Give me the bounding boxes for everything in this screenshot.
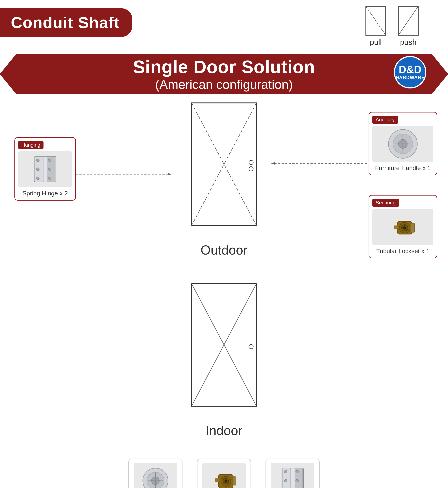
banner-main-text: Single Door Solution xyxy=(133,56,315,77)
push-door-icon: push xyxy=(398,5,419,47)
svg-point-8 xyxy=(36,168,39,171)
furniture-handle-image xyxy=(372,126,433,162)
svg-rect-60 xyxy=(290,468,295,488)
page-title: Conduit Shaft xyxy=(11,14,120,32)
pull-label: pull xyxy=(370,38,382,47)
page: Conduit Shaft pull push Single Door Solu… xyxy=(0,0,448,488)
securing-badge: Securing xyxy=(372,199,399,207)
svg-point-7 xyxy=(36,159,39,162)
solution-banner: Single Door Solution (American configura… xyxy=(0,54,448,94)
ancillary-badge: Ancillary xyxy=(372,116,398,124)
svg-rect-20 xyxy=(191,184,192,190)
svg-rect-35 xyxy=(411,223,415,232)
dotted-line-left-svg xyxy=(76,171,173,177)
dotted-line-right-svg xyxy=(271,161,368,166)
product-hinge-svg xyxy=(276,465,309,488)
svg-point-11 xyxy=(48,168,51,171)
outdoor-label: Outdoor xyxy=(186,243,262,257)
svg-point-39 xyxy=(249,344,253,349)
product-img-furniture-handle xyxy=(134,463,177,488)
indoor-section: Indoor xyxy=(186,282,262,438)
push-label: push xyxy=(400,38,416,47)
diagram-area: Hanging Spring Hinge x 2 xyxy=(0,101,448,462)
push-door-svg xyxy=(398,5,419,36)
banner-text: Single Door Solution (American configura… xyxy=(133,56,315,92)
ancillary-caption: Furniture Handle x 1 xyxy=(372,164,433,171)
svg-point-55 xyxy=(284,479,287,482)
svg-rect-46 xyxy=(215,479,219,482)
svg-point-34 xyxy=(403,226,406,229)
svg-point-21 xyxy=(249,160,253,165)
product-lockset-svg xyxy=(206,465,242,488)
ancillary-card: Ancillary Furniture Handle x 1 xyxy=(368,112,437,175)
banner-arrow-left xyxy=(0,54,16,94)
product-img-lockset xyxy=(202,463,246,488)
securing-caption: Tubular Lockset x 1 xyxy=(372,248,433,255)
product-furniture-handle-svg xyxy=(139,465,172,488)
product-card-lockset: Tubular Lockset DDLK007 xyxy=(197,459,251,488)
furniture-handle-svg xyxy=(385,128,421,160)
svg-line-3 xyxy=(398,6,418,35)
svg-point-58 xyxy=(296,479,299,482)
product-card-furniture-handle: Furniture Handle DDFH014 xyxy=(128,459,183,488)
indoor-door-svg xyxy=(186,282,262,419)
svg-marker-15 xyxy=(168,173,171,176)
product-card-hinge: Spring Hinge DDSS033 xyxy=(265,459,320,488)
svg-point-54 xyxy=(284,470,287,473)
hinge-svg xyxy=(29,153,61,185)
securing-card: Securing Tubular Lockset x 1 xyxy=(368,195,437,258)
svg-rect-50 xyxy=(233,477,236,485)
hinge-image xyxy=(18,151,72,187)
dd-logo-text: D&D xyxy=(399,64,422,75)
outdoor-door-svg xyxy=(186,101,262,238)
indoor-label: Indoor xyxy=(186,423,262,438)
pull-door-svg xyxy=(365,5,387,36)
svg-rect-19 xyxy=(191,134,192,139)
hanging-caption: Spring Hinge x 2 xyxy=(18,190,72,197)
lockset-svg xyxy=(383,211,423,243)
banner-arrow-right xyxy=(432,54,448,94)
header-banner: Conduit Shaft xyxy=(0,8,132,37)
svg-rect-31 xyxy=(394,225,398,229)
svg-point-57 xyxy=(296,470,299,473)
hanging-badge: Hanging xyxy=(18,141,43,149)
hanging-card: Hanging Spring Hinge x 2 xyxy=(15,137,76,200)
banner-sub-text: (American configuration) xyxy=(133,77,315,92)
lockset-image xyxy=(372,209,433,245)
svg-point-10 xyxy=(48,159,51,162)
svg-point-12 xyxy=(48,177,51,180)
svg-point-49 xyxy=(224,480,227,483)
pull-door-icon: pull xyxy=(365,5,387,47)
svg-point-22 xyxy=(249,167,253,171)
dd-logo-sub: HARDWARE xyxy=(395,75,424,80)
svg-line-1 xyxy=(366,6,386,35)
dd-logo: D&D HARDWARE xyxy=(394,56,426,88)
svg-marker-24 xyxy=(271,162,275,165)
bottom-products: Furniture Handle DDFH014 Tubular Lockset xyxy=(128,459,320,488)
pull-push-area: pull push xyxy=(365,5,419,47)
outdoor-section: Outdoor xyxy=(186,101,262,257)
svg-rect-13 xyxy=(43,157,47,182)
svg-point-9 xyxy=(36,177,39,180)
product-img-hinge xyxy=(271,463,314,488)
